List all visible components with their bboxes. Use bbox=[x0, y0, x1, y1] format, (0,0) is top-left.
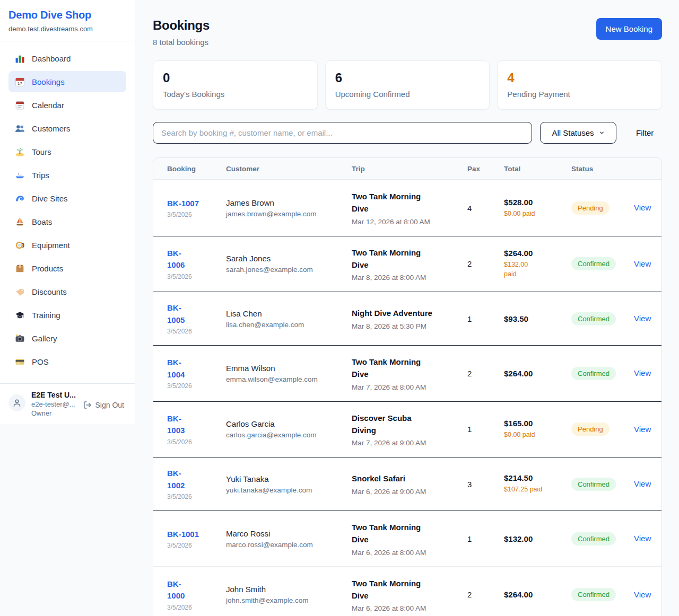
view-link[interactable]: View bbox=[634, 368, 651, 377]
sidebar-item-training[interactable]: Training bbox=[8, 304, 126, 325]
view-link[interactable]: View bbox=[634, 479, 651, 488]
booking-date: 3/5/2026 bbox=[167, 382, 226, 390]
booking-id-link[interactable]: BK- 1006 bbox=[167, 248, 226, 271]
sidebar-item-label: Equipment bbox=[32, 241, 70, 250]
booking-cell: BK- 1006 3/5/2026 bbox=[167, 248, 226, 280]
total-cell: $264.00 bbox=[504, 590, 571, 599]
sidebar-item-calendar[interactable]: Calendar bbox=[8, 94, 126, 116]
customer-email: yuki.tanaka@example.com bbox=[226, 486, 352, 494]
view-link[interactable]: View bbox=[634, 314, 651, 323]
users-icon bbox=[15, 124, 25, 134]
sidebar-item-equipment[interactable]: Equipment bbox=[8, 234, 126, 256]
sidebar-item-pos[interactable]: POS bbox=[8, 351, 126, 372]
customer-email: john.smith@example.com bbox=[226, 596, 352, 604]
total-cell: $528.00 $0.00 paid bbox=[504, 198, 571, 219]
booking-id-link[interactable]: BK- 1000 bbox=[167, 578, 226, 602]
status-select[interactable]: All Statuses bbox=[540, 122, 616, 144]
user-info: E2E Test U... e2e-tester@... Owner bbox=[31, 391, 74, 417]
sign-out-button[interactable]: Sign Out bbox=[80, 400, 127, 410]
view-cell: View bbox=[634, 479, 651, 489]
dive-mask-icon bbox=[15, 240, 25, 250]
pax-value: 1 bbox=[467, 314, 504, 323]
booking-id-link[interactable]: BK-1007 bbox=[167, 198, 226, 210]
booking-date: 3/5/2026 bbox=[167, 493, 226, 500]
package-icon bbox=[15, 263, 25, 274]
search-input[interactable] bbox=[153, 122, 532, 144]
brand-name: Demo Dive Shop bbox=[8, 9, 126, 21]
status-cell: Confirmed bbox=[571, 478, 634, 491]
filter-button[interactable]: Filter bbox=[633, 128, 657, 138]
view-link[interactable]: View bbox=[634, 590, 651, 599]
booking-cell: BK-1001 3/5/2026 bbox=[167, 529, 226, 550]
trip-name: Snorkel Safari bbox=[352, 472, 467, 485]
chevron-down-icon bbox=[599, 130, 605, 136]
customer-email: marco.rossi@example.com bbox=[226, 541, 352, 549]
sidebar-item-products[interactable]: Products bbox=[8, 258, 126, 279]
customer-cell: James Brown james.brown@example.com bbox=[226, 198, 352, 218]
main-content: Bookings 8 total bookings New Booking 0 … bbox=[135, 0, 679, 616]
booking-id-link[interactable]: BK-1001 bbox=[167, 529, 226, 541]
view-link[interactable]: View bbox=[634, 259, 651, 268]
total-cell: $264.00 $132.00 paid bbox=[504, 249, 571, 279]
sidebar-item-bookings[interactable]: 17 Bookings bbox=[8, 71, 126, 92]
sidebar-item-dive-sites[interactable]: Dive Sites bbox=[8, 188, 126, 209]
total-cell: $132.00 bbox=[504, 534, 571, 543]
page-header: Bookings 8 total bookings New Booking bbox=[153, 18, 662, 47]
stat-label: Today's Bookings bbox=[163, 90, 308, 99]
trip-name: Discover Scuba Diving bbox=[352, 412, 467, 437]
sidebar-item-customers[interactable]: Customers bbox=[8, 118, 126, 139]
sidebar-item-gallery[interactable]: Gallery bbox=[8, 328, 126, 349]
sidebar-item-label: Gallery bbox=[32, 334, 57, 343]
stat-label: Upcoming Confirmed bbox=[335, 90, 480, 99]
total-amount: $93.50 bbox=[504, 314, 571, 323]
sidebar-item-boats[interactable]: Boats bbox=[8, 211, 126, 232]
stat-card: 4 Pending Payment bbox=[497, 60, 662, 110]
customer-email: sarah.jones@example.com bbox=[226, 266, 352, 274]
view-link[interactable]: View bbox=[634, 203, 651, 212]
trip-cell: Night Dive Adventure Mar 8, 2026 at 5:30… bbox=[352, 307, 467, 330]
trip-datetime: Mar 6, 2026 at 9:00 AM bbox=[352, 488, 467, 496]
total-cell: $93.50 bbox=[504, 314, 571, 323]
booking-id-link[interactable]: BK- 1003 bbox=[167, 413, 226, 437]
view-cell: View bbox=[634, 590, 651, 600]
booking-id-link[interactable]: BK- 1004 bbox=[167, 357, 226, 381]
customer-name: Yuki Tanaka bbox=[226, 474, 352, 483]
status-cell: Confirmed bbox=[571, 257, 634, 270]
pax-value: 2 bbox=[467, 259, 504, 268]
pax-value: 2 bbox=[467, 590, 504, 599]
column-header-trip: Trip bbox=[352, 165, 467, 173]
booking-cell: BK- 1005 3/5/2026 bbox=[167, 302, 226, 335]
total-amount: $165.00 bbox=[504, 419, 571, 428]
sidebar-item-discounts[interactable]: Discounts bbox=[8, 281, 126, 302]
total-amount: $264.00 bbox=[504, 590, 571, 599]
booking-date: 3/5/2026 bbox=[167, 211, 226, 218]
table-body: BK-1007 3/5/2026 James Brown james.brown… bbox=[153, 180, 661, 616]
sidebar-item-label: Bookings bbox=[32, 77, 65, 86]
view-link[interactable]: View bbox=[634, 534, 651, 543]
trip-datetime: Mar 7, 2026 at 9:00 AM bbox=[352, 439, 467, 447]
customer-cell: Marco Rossi marco.rossi@example.com bbox=[226, 529, 352, 549]
trip-datetime: Mar 8, 2026 at 5:30 PM bbox=[352, 322, 467, 330]
booking-id-link[interactable]: BK- 1002 bbox=[167, 468, 226, 491]
sidebar-item-trips[interactable]: Trips bbox=[8, 164, 126, 186]
trip-datetime: Mar 7, 2026 at 8:00 AM bbox=[352, 383, 467, 391]
status-cell: Confirmed bbox=[571, 312, 634, 325]
booking-cell: BK- 1003 3/5/2026 bbox=[167, 413, 226, 446]
sidebar-item-label: Boats bbox=[32, 217, 52, 226]
booking-date: 3/5/2026 bbox=[167, 438, 226, 446]
sailboat-icon bbox=[15, 217, 25, 227]
column-header-booking: Booking bbox=[167, 165, 226, 173]
status-badge: Confirmed bbox=[571, 257, 616, 270]
status-cell: Pending bbox=[571, 201, 634, 215]
sidebar-item-dashboard[interactable]: Dashboard bbox=[8, 48, 126, 69]
status-badge: Confirmed bbox=[571, 478, 616, 491]
svg-text:17: 17 bbox=[18, 81, 22, 86]
view-link[interactable]: View bbox=[634, 425, 651, 434]
status-cell: Confirmed bbox=[571, 532, 634, 545]
sidebar-nav: Dashboard 17 Bookings Calendar Customers… bbox=[0, 41, 135, 383]
sidebar-item-tours[interactable]: Tours bbox=[8, 141, 126, 162]
new-booking-button[interactable]: New Booking bbox=[596, 18, 662, 40]
trip-cell: Two Tank Morning Dive Mar 8, 2026 at 8:0… bbox=[352, 247, 467, 282]
booking-id-link[interactable]: BK- 1005 bbox=[167, 302, 226, 326]
sidebar-user-footer: E2E Test U... e2e-tester@... Owner Sign … bbox=[0, 383, 135, 424]
